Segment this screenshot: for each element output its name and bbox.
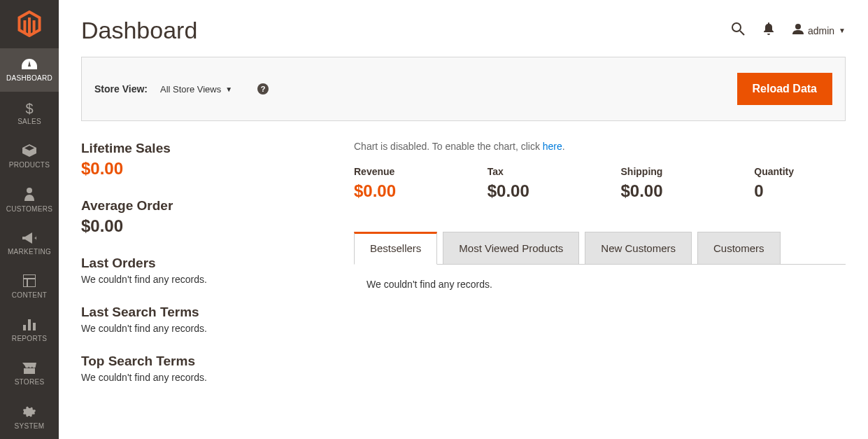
lifetime-sales-value: $0.00 [81,159,340,179]
nav-system[interactable]: SYSTEM [0,396,59,439]
header-tools: admin ▼ [731,22,846,39]
megaphone-icon [22,232,36,246]
revenue-value: $0.00 [354,181,446,201]
dashboard-tabs: Bestsellers Most Viewed Products New Cus… [354,232,846,265]
nav-label: CUSTOMERS [6,205,52,213]
nav-label: MARKETING [8,248,51,256]
svg-rect-4 [23,325,26,330]
tab-customers[interactable]: Customers [697,232,781,265]
bar-chart-icon [23,319,36,333]
help-icon[interactable]: ? [257,83,269,95]
chevron-down-icon: ▼ [839,27,846,34]
revenue-label: Revenue [354,166,446,177]
tab-new-customers[interactable]: New Customers [585,232,692,265]
search-icon[interactable] [731,22,745,39]
tab-content: We couldn't find any records. [354,264,846,304]
nav-label: CONTENT [12,291,47,299]
dollar-icon: $ [25,102,33,116]
average-order-value: $0.00 [81,216,340,236]
bell-icon[interactable] [763,22,774,39]
shipping-label: Shipping [621,166,713,177]
svg-point-7 [732,23,741,32]
last-search-terms-note: We couldn't find any records. [81,323,340,334]
store-view-value: All Store Views [160,84,221,95]
nav-label: SALES [17,118,41,125]
svg-rect-6 [33,323,36,330]
tab-most-viewed-products[interactable]: Most Viewed Products [443,232,579,265]
chevron-down-icon: ▼ [225,85,232,93]
reload-data-button[interactable]: Reload Data [737,73,832,105]
average-order-label: Average Order [81,198,340,214]
logo[interactable] [0,0,59,48]
nav-marketing[interactable]: MARKETING [0,222,59,265]
main-content: Dashboard admin ▼ Store View: [59,0,868,439]
store-view-label: Store View: [94,83,148,95]
magento-logo-icon [17,11,41,37]
totals-row: Revenue $0.00 Tax $0.00 Shipping $0.00 Q… [354,166,846,201]
tab-bestsellers[interactable]: Bestsellers [354,232,437,265]
chart-enable-link[interactable]: here [543,141,562,152]
store-view-select[interactable]: All Store Views ▼ [160,84,232,95]
nav-reports[interactable]: REPORTS [0,309,59,352]
nav-dashboard[interactable]: DASHBOARD [0,48,59,92]
nav-label: STORES [15,378,45,386]
nav-label: DASHBOARD [6,74,52,82]
nav-sales[interactable]: $ SALES [0,92,59,135]
page-header: Dashboard admin ▼ [81,0,846,57]
chart-disabled-message: Chart is disabled. To enable the chart, … [354,141,846,152]
lifetime-sales-label: Lifetime Sales [81,141,340,156]
top-search-terms-note: We couldn't find any records. [81,372,340,383]
box-icon [22,144,36,159]
store-view-bar: Store View: All Store Views ▼ ? Reload D… [81,57,846,121]
admin-username: admin [808,25,834,36]
quantity-value: 0 [754,181,846,201]
page-title: Dashboard [81,17,197,44]
last-search-terms-label: Last Search Terms [81,305,340,320]
svg-point-9 [795,24,801,29]
nav-stores[interactable]: STORES [0,352,59,396]
top-search-terms-label: Top Search Terms [81,354,340,369]
storefront-icon [22,362,36,376]
svg-rect-5 [28,319,31,330]
gauge-icon [22,58,37,72]
svg-point-0 [27,188,32,193]
nav-customers[interactable]: CUSTOMERS [0,179,59,222]
tax-label: Tax [488,166,579,177]
layout-icon [23,274,36,289]
nav-label: SYSTEM [15,422,45,430]
user-icon [792,23,804,38]
tax-value: $0.00 [488,181,579,201]
last-orders-note: We couldn't find any records. [81,274,340,285]
nav-products[interactable]: PRODUCTS [0,135,59,179]
nav-label: PRODUCTS [9,161,50,169]
svg-rect-1 [23,274,36,287]
svg-line-8 [740,31,744,35]
nav-label: REPORTS [12,335,47,342]
admin-account[interactable]: admin ▼ [792,23,846,38]
chart-msg-suffix: . [562,141,565,152]
quantity-label: Quantity [754,166,846,177]
last-orders-label: Last Orders [81,256,340,271]
gear-icon [23,405,36,420]
shipping-value: $0.00 [621,181,713,201]
sidebar: DASHBOARD $ SALES PRODUCTS CUSTOMERS MAR… [0,0,59,439]
person-icon [24,187,34,203]
chart-msg-prefix: Chart is disabled. To enable the chart, … [354,141,543,152]
nav-content[interactable]: CONTENT [0,265,59,309]
